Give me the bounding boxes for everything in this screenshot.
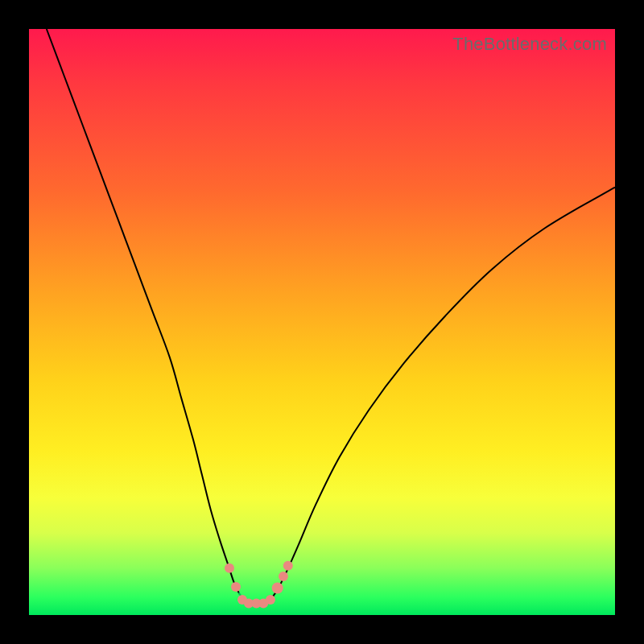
marker-dot [283, 561, 293, 571]
marker-dot [266, 595, 275, 605]
marker-dot [272, 583, 283, 594]
bottleneck-curve [29, 29, 615, 615]
curve-right [272, 188, 615, 598]
chart-frame: TheBottleneck.com [0, 0, 644, 644]
curve-left [47, 29, 239, 593]
marker-dot [231, 582, 241, 592]
valley-dots [225, 561, 293, 609]
plot-area: TheBottleneck.com [29, 29, 615, 615]
marker-dot [279, 572, 288, 581]
marker-dot [225, 564, 234, 573]
